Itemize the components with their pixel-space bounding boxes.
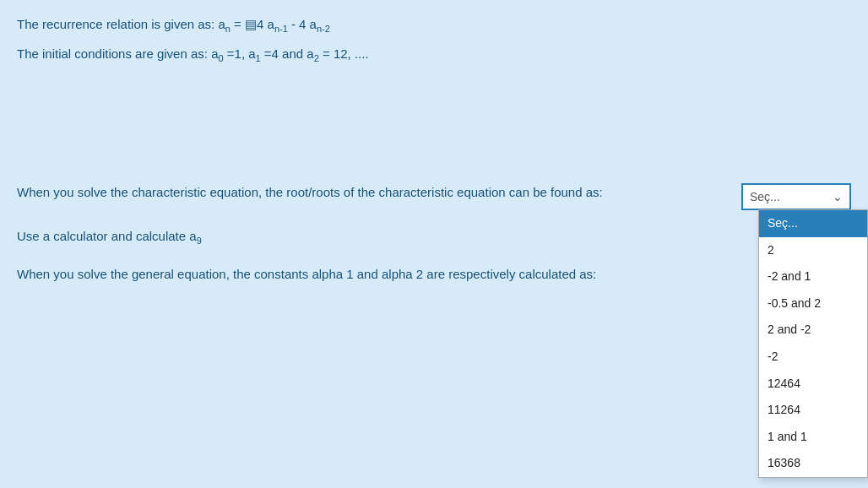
main-content: The recurrence relation is given as: an … xyxy=(0,0,868,299)
dropdown-option-1-and-1[interactable]: 1 and 1 xyxy=(759,424,867,451)
dropdown-option-16368[interactable]: 16368 xyxy=(759,450,867,477)
initial-prefix: The initial conditions are given as: a xyxy=(17,46,218,61)
question1-row: When you solve the characteristic equati… xyxy=(17,183,851,210)
spacer xyxy=(17,73,851,183)
dropdown-option-minus05-and-2[interactable]: -0.5 and 2 xyxy=(759,290,867,317)
initial-conditions-line: The initial conditions are given as: a0 … xyxy=(17,45,851,66)
dropdown-selected-label: Seç... xyxy=(750,190,780,203)
dropdown-option-minus2-and-1[interactable]: -2 and 1 xyxy=(759,263,867,290)
question2-text: Use a calculator and calculate a9 xyxy=(17,227,851,248)
dropdown-option-2[interactable]: 2 xyxy=(759,237,867,264)
dropdown-open-container: Seç... 2 -2 and 1 -0.5 and 2 2 and -2 -2… xyxy=(758,209,868,478)
question1-text: When you solve the characteristic equati… xyxy=(17,183,733,203)
recurrence-relation-line: The recurrence relation is given as: an … xyxy=(17,15,851,36)
question3-text: When you solve the general equation, the… xyxy=(17,265,851,285)
recurrence-eq: = ▤4 a xyxy=(231,17,274,31)
dropdown-option-sec[interactable]: Seç... xyxy=(759,210,867,237)
initial-end: = 12, .... xyxy=(319,46,369,61)
use-calc-sub: 9 xyxy=(197,236,202,246)
dropdown-list: Seç... 2 -2 and 1 -0.5 and 2 2 and -2 -2… xyxy=(758,209,868,478)
dropdown-header[interactable]: Seç... ⌄ xyxy=(741,183,851,210)
question3-row: When you solve the general equation, the… xyxy=(17,265,851,285)
initial-mid2: =4 and a xyxy=(261,46,314,61)
use-calc-prefix: Use a calculator and calculate a xyxy=(17,229,197,243)
dropdown-wrapper[interactable]: Seç... ⌄ xyxy=(741,183,851,210)
dropdown-option-2-and-minus2[interactable]: 2 and -2 xyxy=(759,317,867,344)
recurrence-rest: - 4 a xyxy=(288,17,317,31)
recurrence-n1-sub: n-1 xyxy=(274,24,288,34)
dropdown-option-minus2[interactable]: -2 xyxy=(759,344,867,371)
chevron-down-icon: ⌄ xyxy=(833,190,843,203)
dropdown-option-12464[interactable]: 12464 xyxy=(759,371,867,398)
initial-mid: =1, a xyxy=(224,46,256,61)
recurrence-n2-sub: n-2 xyxy=(317,24,330,34)
dropdown-option-11264[interactable]: 11264 xyxy=(759,397,867,424)
recurrence-prefix: The recurrence relation is given as: a xyxy=(17,17,225,31)
